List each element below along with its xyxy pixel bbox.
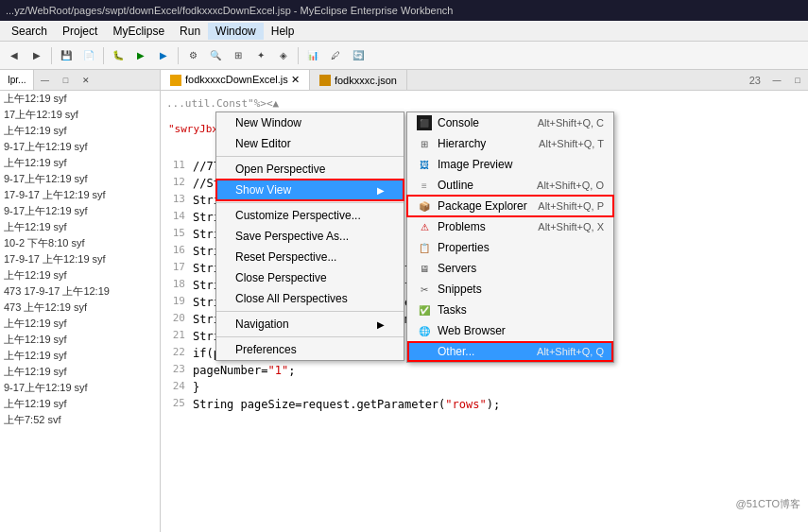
toolbar-btn-11[interactable]: 🔄 [348,45,369,66]
other-icon [417,344,432,359]
image-text: Image Preview [438,158,512,171]
browser-label-group: 🌐 Web Browser [417,323,506,338]
navigation-label: Navigation [235,317,289,331]
menu-close-perspective[interactable]: Close Perspective [216,267,404,288]
toolbar-sep-1 [51,47,52,64]
outline-text: Outline [438,179,473,192]
menu-bar: Search Project MyEclipse Run Window Help [0,21,808,42]
problems-shortcut: Alt+Shift+Q, X [538,221,604,232]
menu-navigation[interactable]: Navigation ▶ [216,314,404,335]
browser-icon: 🌐 [417,323,432,338]
submenu-servers[interactable]: 🖥 Servers [407,258,613,279]
toolbar-sep-4 [298,47,299,64]
menu-new-window[interactable]: New Window [216,112,404,133]
snippets-icon: ✂ [417,282,432,297]
tasks-label-group: ✅ Tasks [417,302,467,317]
toolbar-btn-9[interactable]: 📊 [302,45,323,66]
menu-reset-perspective[interactable]: Reset Perspective... [216,247,404,267]
menu-save-perspective[interactable]: Save Perspective As... [216,226,404,247]
toolbar-run[interactable]: ▶ [130,45,151,66]
servers-icon: 🖥 [417,261,432,276]
menu-overlay: New Window New Editor Open Perspective S… [0,70,808,532]
tasks-icon: ✅ [417,302,432,317]
menu-help[interactable]: Help [264,23,302,40]
menu-preferences[interactable]: Preferences [216,339,404,360]
toolbar-sep-3 [178,47,179,64]
package-icon: 📦 [417,198,432,214]
outline-icon: ≡ [417,178,432,193]
submenu-web-browser[interactable]: 🌐 Web Browser [407,320,613,341]
properties-label-group: 📋 Properties [417,240,490,255]
submenu-tasks[interactable]: ✅ Tasks [407,300,613,320]
title-bar: ...yz/WebRoot/pages/swpt/downExcel/fodkx… [0,0,808,21]
menu-customize-perspective[interactable]: Customize Perspective... [216,205,404,226]
navigation-arrow: ▶ [377,319,385,330]
outline-shortcut: Alt+Shift+Q, O [537,180,604,191]
toolbar-debug[interactable]: 🐛 [108,45,129,66]
menu-sep-2 [216,202,404,203]
title-text: ...yz/WebRoot/pages/swpt/downExcel/fodkx… [6,5,453,16]
toolbar-btn-8[interactable]: ◈ [273,45,294,66]
snippets-label-group: ✂ Snippets [417,282,482,297]
problems-text: Problems [438,220,486,233]
properties-text: Properties [438,241,490,254]
submenu-hierarchy[interactable]: ⊞ Hierarchy Alt+Shift+Q, T [407,133,613,154]
toolbar-btn-4[interactable]: ⚙ [182,45,203,66]
menu-run[interactable]: Run [172,23,208,40]
show-view-submenu: ⬛ Console Alt+Shift+Q, C ⊞ Hierarchy Alt… [406,112,614,363]
menu-sep-3 [216,311,404,312]
submenu-problems[interactable]: ⚠ Problems Alt+Shift+Q, X [407,216,613,237]
menu-window[interactable]: Window [208,23,264,40]
hierarchy-shortcut: Alt+Shift+Q, T [539,138,604,149]
tasks-text: Tasks [438,303,467,317]
outline-label-group: ≡ Outline [417,178,473,193]
window-dropdown-menu: New Window New Editor Open Perspective S… [215,112,404,361]
menu-close-all-perspectives[interactable]: Close All Perspectives [216,288,404,309]
toolbar-btn-5[interactable]: 🔍 [205,45,226,66]
main-area: Ipr... — □ ✕ 上午12:19 syf 17上午12:19 syf 上… [0,70,808,532]
show-view-arrow: ▶ [377,185,385,196]
toolbar: ◀ ▶ 💾 📄 🐛 ▶ ▶ ⚙ 🔍 ⊞ ✦ ◈ 📊 🖊 🔄 [0,42,808,70]
menu-open-perspective[interactable]: Open Perspective [216,159,404,180]
toolbar-btn-7[interactable]: ✦ [250,45,271,66]
submenu-outline[interactable]: ≡ Outline Alt+Shift+Q, O [407,175,613,196]
toolbar-run2[interactable]: ▶ [153,45,174,66]
image-label-group: 🖼 Image Preview [417,157,512,172]
package-text: Package Explorer [438,199,527,213]
console-text: Console [438,116,479,129]
properties-icon: 📋 [417,240,432,255]
other-label-group: Other... [417,344,474,359]
menu-myeclipse[interactable]: MyEclipse [105,23,172,40]
image-icon: 🖼 [417,157,432,172]
console-icon: ⬛ [417,115,432,130]
submenu-package-explorer[interactable]: 📦 Package Explorer Alt+Shift+Q, P [407,196,613,216]
package-label-group: 📦 Package Explorer [417,198,527,214]
menu-sep-1 [216,156,404,157]
servers-text: Servers [438,262,476,275]
problems-icon: ⚠ [417,219,432,234]
toolbar-back[interactable]: ◀ [4,45,25,66]
toolbar-save[interactable]: 💾 [56,45,77,66]
toolbar-btn-6[interactable]: ⊞ [228,45,249,66]
package-shortcut: Alt+Shift+Q, P [538,200,604,212]
menu-search[interactable]: Search [4,23,55,40]
toolbar-btn-10[interactable]: 🖊 [325,45,346,66]
submenu-properties[interactable]: 📋 Properties [407,237,613,258]
submenu-snippets[interactable]: ✂ Snippets [407,279,613,300]
show-view-label: Show View [235,183,291,197]
hierarchy-label-group: ⊞ Hierarchy [417,136,486,151]
hierarchy-icon: ⊞ [417,136,432,151]
toolbar-forward[interactable]: ▶ [26,45,47,66]
menu-show-view[interactable]: Show View ▶ [216,180,404,200]
other-shortcut: Alt+Shift+Q, Q [537,346,604,357]
submenu-other[interactable]: Other... Alt+Shift+Q, Q [407,341,613,362]
hierarchy-text: Hierarchy [438,137,486,150]
submenu-image-preview[interactable]: 🖼 Image Preview [407,154,613,175]
toolbar-save-all[interactable]: 📄 [78,45,99,66]
menu-project[interactable]: Project [55,23,105,40]
menu-new-editor[interactable]: New Editor [216,133,404,154]
servers-label-group: 🖥 Servers [417,261,476,276]
submenu-console[interactable]: ⬛ Console Alt+Shift+Q, C [407,112,613,133]
toolbar-sep-2 [103,47,104,64]
console-shortcut: Alt+Shift+Q, C [538,117,604,129]
